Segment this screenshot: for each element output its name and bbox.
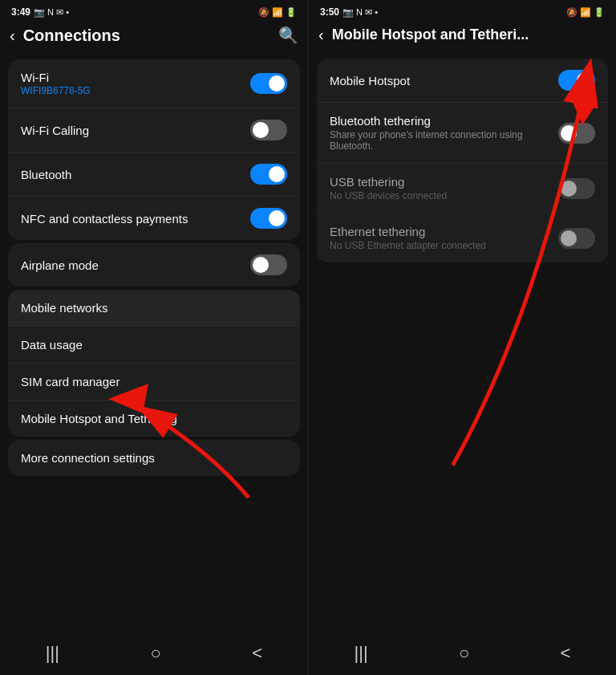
card-more: More connection settings — [8, 440, 300, 476]
back-button-left[interactable]: ‹ — [10, 26, 15, 45]
status-right-left: 🔕 📶 🔋 — [258, 7, 297, 18]
ethernet-tethering-label: Ethernet tethering — [330, 225, 558, 238]
page-title-right: Mobile Hotspot and Tetheri... — [332, 26, 606, 43]
nav-recents-right[interactable]: ||| — [355, 643, 368, 664]
bluetooth-item[interactable]: Bluetooth — [8, 152, 300, 197]
nfc-item[interactable]: NFC and contactless payments — [8, 197, 300, 240]
hotspot-tethering-label: Mobile Hotspot and Tethering — [21, 412, 287, 425]
wifi-label: Wi-Fi — [21, 71, 250, 84]
signal-icons-left: 🔕 📶 🔋 — [258, 7, 297, 18]
usb-tethering-label: USB tethering — [330, 175, 558, 189]
bluetooth-tethering-label: Bluetooth tethering — [330, 114, 558, 128]
usb-tethering-toggle[interactable] — [558, 178, 595, 199]
bluetooth-toggle[interactable] — [250, 164, 287, 185]
ethernet-tethering-desc: No USB Ethernet adapter connected — [330, 240, 558, 251]
wifi-item[interactable]: Wi-Fi WIFI9B6778-5G — [8, 59, 300, 108]
page-title-left: Connections — [23, 26, 270, 45]
settings-list-left: Wi-Fi WIFI9B6778-5G Wi-Fi Calling Blueto… — [0, 51, 308, 635]
wifi-calling-label: Wi-Fi Calling — [21, 124, 250, 137]
signal-icons-right: 🔕 📶 🔋 — [566, 7, 605, 18]
nav-back-left[interactable]: < — [252, 643, 262, 664]
wifi-calling-toggle[interactable] — [250, 120, 287, 140]
ethernet-tethering-item[interactable]: Ethernet tethering No USB Ethernet adapt… — [317, 213, 608, 262]
airplane-label: Airplane mode — [21, 258, 250, 272]
settings-list-right: Mobile Hotspot Bluetooth tethering Share… — [309, 51, 616, 635]
airplane-item[interactable]: Airplane mode — [8, 243, 300, 287]
sim-card-item[interactable]: SIM card manager — [8, 364, 300, 401]
ethernet-tethering-toggle[interactable] — [558, 228, 595, 249]
card-airplane: Airplane mode — [8, 243, 300, 287]
card-mobile: Mobile networks Data usage SIM card mana… — [8, 290, 300, 437]
usb-tethering-item[interactable]: USB tethering No USB devices connected — [317, 164, 608, 213]
bluetooth-tethering-toggle[interactable] — [558, 123, 595, 144]
mobile-hotspot-label: Mobile Hotspot — [330, 74, 558, 87]
hotspot-tethering-item[interactable]: Mobile Hotspot and Tethering — [8, 401, 300, 437]
card-connectivity: Wi-Fi WIFI9B6778-5G Wi-Fi Calling Blueto… — [8, 59, 300, 240]
top-bar-right: ‹ Mobile Hotspot and Tetheri... — [309, 22, 616, 51]
data-usage-label: Data usage — [21, 338, 287, 352]
data-usage-item[interactable]: Data usage — [8, 327, 300, 364]
back-button-right[interactable]: ‹ — [318, 26, 324, 44]
nav-recents-left[interactable]: ||| — [46, 643, 59, 664]
nav-home-right[interactable]: ○ — [459, 643, 469, 664]
wifi-sublabel: WIFI9B6778-5G — [21, 85, 250, 96]
time-right: 3:50 — [320, 6, 339, 18]
notification-icons-left: 📷 N ✉ • — [34, 7, 69, 18]
more-connection-label: More connection settings — [21, 451, 287, 465]
bluetooth-tethering-desc: Share your phone's internet connection u… — [330, 129, 558, 152]
nav-bar-left: ||| ○ < — [0, 635, 308, 675]
nav-back-right[interactable]: < — [561, 643, 571, 664]
mobile-networks-item[interactable]: Mobile networks — [8, 290, 300, 327]
nav-bar-right: ||| ○ < — [309, 635, 616, 675]
status-right-right: 🔕 📶 🔋 — [566, 7, 605, 18]
mobile-hotspot-toggle[interactable] — [558, 70, 595, 91]
mobile-hotspot-item[interactable]: Mobile Hotspot — [317, 59, 608, 103]
sim-card-label: SIM card manager — [21, 375, 287, 388]
usb-tethering-desc: No USB devices connected — [330, 190, 558, 201]
nfc-toggle[interactable] — [250, 208, 287, 229]
top-bar-left: ‹ Connections 🔍 — [0, 22, 308, 51]
more-connection-item[interactable]: More connection settings — [8, 440, 300, 476]
search-icon-left[interactable]: 🔍 — [278, 26, 298, 45]
notification-icons-right: 📷 N ✉ • — [342, 7, 378, 18]
status-left: 3:49 📷 N ✉ • — [11, 6, 69, 18]
status-bar-left: 3:49 📷 N ✉ • 🔕 📶 🔋 — [0, 0, 308, 22]
wifi-toggle[interactable] — [250, 73, 287, 94]
left-phone-panel: 3:49 📷 N ✉ • 🔕 📶 🔋 ‹ Connections 🔍 Wi-Fi… — [0, 0, 308, 675]
card-hotspot-tethering: Mobile Hotspot Bluetooth tethering Share… — [317, 59, 608, 262]
time-left: 3:49 — [11, 6, 30, 18]
mobile-networks-label: Mobile networks — [21, 301, 287, 315]
airplane-toggle[interactable] — [250, 254, 287, 275]
nav-home-left[interactable]: ○ — [151, 643, 161, 664]
right-phone-panel: 3:50 📷 N ✉ • 🔕 📶 🔋 ‹ Mobile Hotspot and … — [308, 0, 616, 675]
status-left-right: 3:50 📷 N ✉ • — [320, 6, 378, 18]
bluetooth-tethering-item[interactable]: Bluetooth tethering Share your phone's i… — [317, 103, 608, 164]
bluetooth-label: Bluetooth — [21, 168, 250, 181]
status-bar-right: 3:50 📷 N ✉ • 🔕 📶 🔋 — [309, 0, 616, 22]
nfc-label: NFC and contactless payments — [21, 212, 250, 226]
wifi-calling-item[interactable]: Wi-Fi Calling — [8, 108, 300, 152]
